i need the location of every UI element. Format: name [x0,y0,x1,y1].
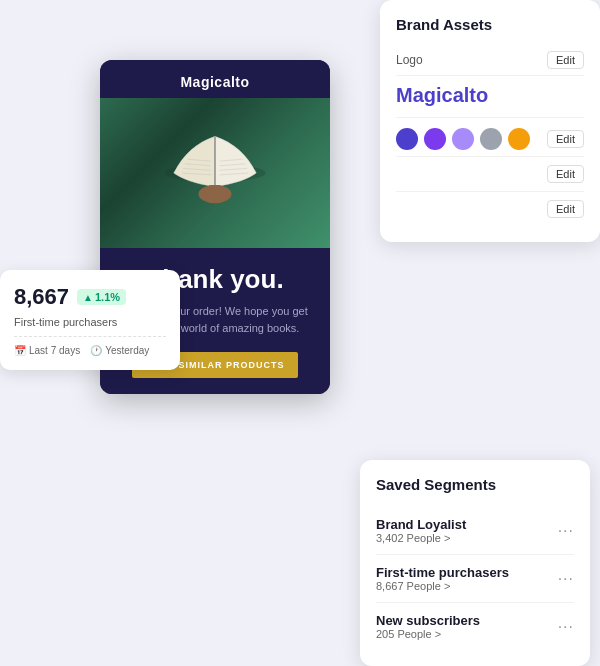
svg-rect-11 [208,185,223,200]
segment-item-1: Brand Loyalist 3,402 People > ··· [376,507,574,555]
segment-menu-3[interactable]: ··· [558,618,574,636]
segment-menu-1[interactable]: ··· [558,522,574,540]
stats-filter-time-label: Yesterday [105,345,149,356]
clock-icon: 🕐 [90,345,102,356]
logo-row: Logo Edit [396,45,584,76]
segment-item-2: First-time purchasers 8,667 People > ··· [376,555,574,603]
segment-name-3: New subscribers [376,613,480,628]
brand-assets-card: Brand Assets Logo Edit Magicalto Edit Ed… [380,0,600,242]
logo-label: Logo [396,53,423,67]
stats-filters: 📅 Last 7 days 🕐 Yesterday [14,345,166,356]
segment-count-3: 205 People > [376,628,480,640]
segment-info-1: Brand Loyalist 3,402 People > [376,517,466,544]
brand-assets-title: Brand Assets [396,16,584,33]
color-swatches [396,128,547,150]
arrow-up-icon: ▲ [83,292,93,303]
brand-row-3: Edit [396,157,584,192]
brand-row-4-edit[interactable]: Edit [547,200,584,218]
segment-item-3: New subscribers 205 People > ··· [376,603,574,650]
color-swatch-3 [452,128,474,150]
segment-name-1: Brand Loyalist [376,517,466,532]
stats-badge-value: 1.1% [95,291,120,303]
brand-row-3-edit[interactable]: Edit [547,165,584,183]
email-brand-name: Magicalto [100,60,330,98]
segment-menu-2[interactable]: ··· [558,570,574,588]
stats-card: 8,667 ▲ 1.1% First-time purchasers 📅 Las… [0,270,180,370]
stats-number-row: 8,667 ▲ 1.1% [14,284,166,310]
stats-filter-date: 📅 Last 7 days [14,345,80,356]
segment-info-2: First-time purchasers 8,667 People > [376,565,509,592]
saved-segments-card: Saved Segments Brand Loyalist 3,402 Peop… [360,460,590,666]
brand-row-4: Edit [396,192,584,226]
stats-filter-time: 🕐 Yesterday [90,345,149,356]
segment-info-3: New subscribers 205 People > [376,613,480,640]
color-swatch-1 [396,128,418,150]
calendar-icon: 📅 [14,345,26,356]
logo-value: Magicalto [396,84,488,106]
segment-count-2: 8,667 People > [376,580,509,592]
color-swatch-2 [424,128,446,150]
segment-name-2: First-time purchasers [376,565,509,580]
segments-title: Saved Segments [376,476,574,493]
segment-count-1: 3,402 People > [376,532,466,544]
colors-row: Edit [396,122,584,157]
book-illustration [160,118,270,228]
stats-filter-date-label: Last 7 days [29,345,80,356]
email-book-image [100,98,330,248]
stats-badge: ▲ 1.1% [77,289,126,305]
stats-label: First-time purchasers [14,316,166,337]
colors-edit-button[interactable]: Edit [547,130,584,148]
stats-value: 8,667 [14,284,69,310]
logo-edit-button[interactable]: Edit [547,51,584,69]
color-swatch-5 [508,128,530,150]
logo-value-row: Magicalto [396,76,584,118]
color-swatch-4 [480,128,502,150]
